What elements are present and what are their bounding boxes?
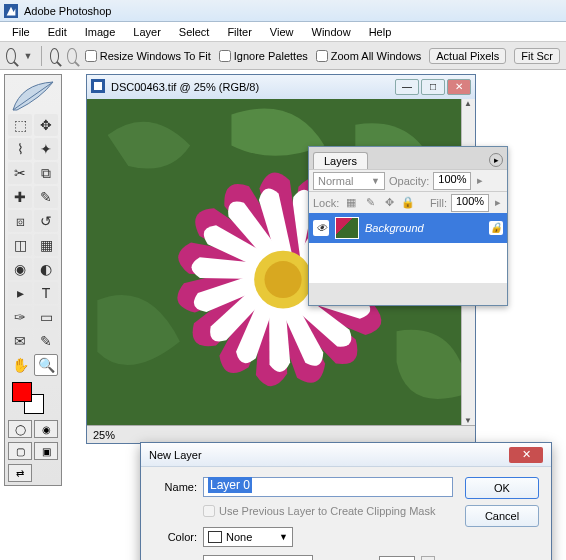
- zoom-in-icon[interactable]: [50, 48, 60, 64]
- clipping-mask-checkbox: [203, 505, 215, 517]
- dialog-title: New Layer: [149, 449, 202, 461]
- screen-mode-1[interactable]: ▢: [8, 442, 32, 460]
- menu-edit[interactable]: Edit: [40, 24, 75, 40]
- zoom-tool[interactable]: 🔍: [34, 354, 58, 376]
- panel-menu-icon[interactable]: ▸: [489, 153, 503, 167]
- resize-windows-checkbox[interactable]: Resize Windows To Fit: [85, 50, 211, 62]
- layer-thumbnail[interactable]: [335, 217, 359, 239]
- history-brush-tool[interactable]: ↺: [34, 210, 58, 232]
- color-swatch-icon: [208, 531, 222, 543]
- crop-tool[interactable]: ✂: [8, 162, 32, 184]
- photoshop-feather-icon: [8, 78, 58, 114]
- document-statusbar: 25%: [87, 425, 475, 443]
- zoom-out-icon[interactable]: [67, 48, 77, 64]
- layer-opacity-input[interactable]: 100%: [433, 172, 471, 190]
- lock-transparency-icon[interactable]: ▦: [344, 196, 358, 210]
- toolbox: ⬚ ✥ ⌇ ✦ ✂ ⧉ ✚ ✎ ⧇ ↺ ◫ ▦ ◉ ◐ ▸ T ✑ ▭ ✉ ✎ …: [4, 74, 62, 486]
- name-label: Name:: [153, 481, 197, 493]
- layers-tab[interactable]: Layers: [313, 152, 368, 169]
- notes-tool[interactable]: ✉: [8, 330, 32, 352]
- new-layer-dialog: New Layer ✕ OK Cancel Name: Layer 0 Use …: [140, 442, 552, 560]
- eyedropper-tool[interactable]: ✎: [34, 330, 58, 352]
- shape-tool[interactable]: ▭: [34, 306, 58, 328]
- fill-flyout-icon[interactable]: ▸: [493, 196, 503, 209]
- fill-label: Fill:: [430, 197, 447, 209]
- document-icon: [91, 79, 105, 95]
- ok-button[interactable]: OK: [465, 477, 539, 499]
- menu-view[interactable]: View: [262, 24, 302, 40]
- menu-help[interactable]: Help: [361, 24, 400, 40]
- standard-mode-button[interactable]: ◯: [8, 420, 32, 438]
- minimize-button[interactable]: —: [395, 79, 419, 95]
- eraser-tool[interactable]: ◫: [8, 234, 32, 256]
- layer-item-background[interactable]: 👁 Background 🔒: [309, 213, 507, 243]
- type-tool[interactable]: T: [34, 282, 58, 304]
- menu-bar: File Edit Image Layer Select Filter View…: [0, 22, 566, 42]
- close-button[interactable]: ✕: [447, 79, 471, 95]
- gradient-tool[interactable]: ▦: [34, 234, 58, 256]
- fit-screen-button[interactable]: Fit Scr: [514, 48, 560, 64]
- opacity-flyout-icon[interactable]: ▸: [475, 174, 485, 187]
- zoom-tool-icon: [6, 48, 16, 64]
- lock-label: Lock:: [313, 197, 339, 209]
- lock-position-icon[interactable]: ✥: [382, 196, 396, 210]
- path-tool[interactable]: ▸: [8, 282, 32, 304]
- brush-tool[interactable]: ✎: [34, 186, 58, 208]
- photoshop-icon: [4, 4, 18, 18]
- layers-panel: Layers ▸ Normal▼ Opacity: 100% ▸ Lock: ▦…: [308, 146, 508, 306]
- dodge-tool[interactable]: ◐: [34, 258, 58, 280]
- cancel-button[interactable]: Cancel: [465, 505, 539, 527]
- maximize-button[interactable]: □: [421, 79, 445, 95]
- dialog-close-button[interactable]: ✕: [509, 447, 543, 463]
- app-titlebar: Adobe Photoshop: [0, 0, 566, 22]
- color-swatches[interactable]: [8, 380, 58, 416]
- visibility-toggle-icon[interactable]: 👁: [313, 220, 329, 236]
- menu-select[interactable]: Select: [171, 24, 218, 40]
- opacity-input[interactable]: [379, 556, 415, 560]
- layer-lock-icon: 🔒: [489, 221, 503, 235]
- quickmask-mode-button[interactable]: ◉: [34, 420, 58, 438]
- lock-pixels-icon[interactable]: ✎: [363, 196, 377, 210]
- layer-name-input[interactable]: Layer 0: [203, 477, 453, 497]
- actual-pixels-button[interactable]: Actual Pixels: [429, 48, 506, 64]
- jump-to-imageready[interactable]: ⇄: [8, 464, 32, 482]
- layer-list: 👁 Background 🔒: [309, 213, 507, 283]
- opacity-label: Opacity:: [389, 175, 429, 187]
- layer-fill-input[interactable]: 100%: [451, 194, 489, 212]
- opacity-stepper[interactable]: ▸: [421, 556, 435, 560]
- stamp-tool[interactable]: ⧇: [8, 210, 32, 232]
- pen-tool[interactable]: ✑: [8, 306, 32, 328]
- dialog-titlebar[interactable]: New Layer ✕: [141, 443, 551, 467]
- zoom-level[interactable]: 25%: [93, 429, 115, 441]
- document-titlebar[interactable]: DSC00463.tif @ 25% (RGB/8) — □ ✕: [87, 75, 475, 99]
- foreground-color-swatch[interactable]: [12, 382, 32, 402]
- dropdown-arrow-icon: ▼: [279, 532, 288, 542]
- screen-mode-2[interactable]: ▣: [34, 442, 58, 460]
- clipping-mask-label: Use Previous Layer to Create Clipping Ma…: [219, 505, 435, 517]
- blur-tool[interactable]: ◉: [8, 258, 32, 280]
- menu-window[interactable]: Window: [304, 24, 359, 40]
- menu-filter[interactable]: Filter: [219, 24, 259, 40]
- menu-layer[interactable]: Layer: [125, 24, 169, 40]
- dropdown-arrow-icon[interactable]: ▼: [24, 51, 33, 61]
- layer-color-select[interactable]: None ▼: [203, 527, 293, 547]
- color-label: Color:: [153, 531, 197, 543]
- svg-point-6: [264, 261, 301, 298]
- zoom-all-windows-checkbox[interactable]: Zoom All Windows: [316, 50, 421, 62]
- blend-mode-select[interactable]: Normal▼: [313, 172, 385, 190]
- ignore-palettes-checkbox[interactable]: Ignore Palettes: [219, 50, 308, 62]
- wand-tool[interactable]: ✦: [34, 138, 58, 160]
- lasso-tool[interactable]: ⌇: [8, 138, 32, 160]
- marquee-tool[interactable]: ⬚: [8, 114, 32, 136]
- svg-rect-3: [94, 82, 102, 90]
- hand-tool[interactable]: ✋: [8, 354, 32, 376]
- lock-all-icon[interactable]: 🔒: [401, 196, 415, 210]
- app-title: Adobe Photoshop: [24, 5, 111, 17]
- menu-image[interactable]: Image: [77, 24, 124, 40]
- menu-file[interactable]: File: [4, 24, 38, 40]
- layer-name: Background: [365, 222, 424, 234]
- blend-mode-select[interactable]: Normal ▼: [203, 555, 313, 560]
- slice-tool[interactable]: ⧉: [34, 162, 58, 184]
- move-tool[interactable]: ✥: [34, 114, 58, 136]
- heal-tool[interactable]: ✚: [8, 186, 32, 208]
